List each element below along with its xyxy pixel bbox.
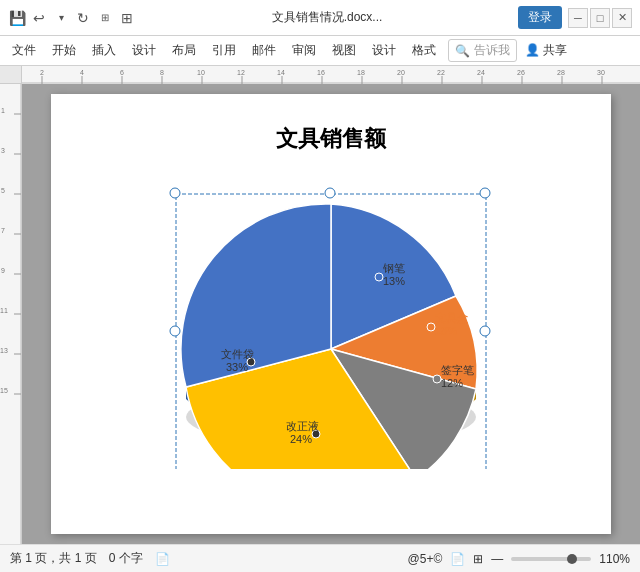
status-at: @5+©	[408, 552, 443, 566]
restore-button[interactable]: □	[590, 8, 610, 28]
status-bar: 第 1 页，共 1 页 0 个字 📄 @5+© 📄 ⊞ — 110%	[0, 544, 640, 572]
svg-point-52	[427, 323, 435, 331]
zoom-slider[interactable]	[511, 557, 591, 561]
svg-text:16: 16	[317, 69, 325, 76]
menu-layout[interactable]: 布局	[164, 38, 204, 63]
svg-text:26: 26	[517, 69, 525, 76]
menu-mailings[interactable]: 邮件	[244, 38, 284, 63]
svg-text:12%: 12%	[441, 377, 463, 389]
svg-text:1: 1	[1, 107, 5, 114]
svg-point-49	[375, 273, 383, 281]
svg-text:6: 6	[120, 69, 124, 76]
chart-container: 文具销售额	[71, 114, 591, 469]
svg-text:12: 12	[237, 69, 245, 76]
svg-rect-65	[170, 188, 180, 198]
svg-text:签字笔: 签字笔	[441, 364, 474, 376]
share-button[interactable]: 👤 共享	[517, 38, 575, 63]
document-title: 文具销售情况.docx...	[142, 9, 512, 26]
svg-text:5: 5	[1, 187, 5, 194]
svg-rect-67	[480, 188, 490, 198]
svg-text:30: 30	[597, 69, 605, 76]
view-mode-icon3[interactable]: —	[491, 552, 503, 566]
doc-area: 文具销售额	[22, 84, 640, 544]
main-area: 1 3 5 7 9 11 13 15 文具销售额	[0, 84, 640, 544]
menu-design2[interactable]: 设计	[364, 38, 404, 63]
menu-design[interactable]: 设计	[124, 38, 164, 63]
svg-text:7: 7	[1, 227, 5, 234]
sync-icon[interactable]: ↻	[74, 9, 92, 27]
zoom-level: 110%	[599, 552, 630, 566]
menu-home[interactable]: 开始	[44, 38, 84, 63]
view-mode-icon2[interactable]: ⊞	[473, 552, 483, 566]
svg-text:13: 13	[0, 347, 8, 354]
menu-references[interactable]: 引用	[204, 38, 244, 63]
svg-text:14: 14	[277, 69, 285, 76]
doc-icon: 📄	[155, 552, 170, 566]
svg-text:24%: 24%	[290, 433, 312, 445]
svg-text:2: 2	[40, 69, 44, 76]
svg-text:文件袋: 文件袋	[221, 348, 254, 360]
svg-text:改正液: 改正液	[286, 420, 319, 432]
menu-insert[interactable]: 插入	[84, 38, 124, 63]
title-bar: 💾 ↩ ▾ ↻ ⊞ ⊞ 文具销售情况.docx... 登录 ─ □ ✕	[0, 0, 640, 36]
pie-chart[interactable]: 钢笔 13% 文具盒 18% 签字笔 12% 改正液 24%	[121, 169, 541, 469]
horizontal-ruler: 2 4 6 8 10 12 14 16 18 20 22 24 26	[22, 66, 640, 84]
svg-text:28: 28	[557, 69, 565, 76]
svg-text:22: 22	[437, 69, 445, 76]
svg-text:24: 24	[477, 69, 485, 76]
ruler-area: 2 4 6 8 10 12 14 16 18 20 22 24 26	[0, 66, 640, 84]
vertical-ruler: 1 3 5 7 9 11 13 15	[0, 84, 22, 544]
window-controls: ─ □ ✕	[568, 8, 632, 28]
view-icon[interactable]: ⊞	[96, 9, 114, 27]
menu-format[interactable]: 格式	[404, 38, 444, 63]
svg-rect-69	[480, 326, 490, 336]
menu-review[interactable]: 审阅	[284, 38, 324, 63]
undo-icon[interactable]: ↩	[30, 9, 48, 27]
page-info: 第 1 页，共 1 页	[10, 550, 97, 567]
menu-bar: 文件 开始 插入 设计 布局 引用 邮件 审阅 视图 设计 格式 🔍 告诉我 👤…	[0, 36, 640, 66]
svg-point-55	[433, 375, 441, 383]
svg-text:9: 9	[1, 267, 5, 274]
minimize-button[interactable]: ─	[568, 8, 588, 28]
menu-file[interactable]: 文件	[4, 38, 44, 63]
svg-text:10: 10	[197, 69, 205, 76]
document-page: 文具销售额	[51, 94, 611, 534]
zoom-thumb[interactable]	[567, 554, 577, 564]
chart-title: 文具销售额	[276, 124, 386, 154]
svg-text:18: 18	[357, 69, 365, 76]
ruler-corner	[0, 66, 22, 84]
close-button[interactable]: ✕	[612, 8, 632, 28]
svg-text:13%: 13%	[383, 275, 405, 287]
svg-text:钢笔: 钢笔	[382, 262, 405, 274]
search-placeholder: 告诉我	[474, 42, 510, 59]
view-mode-icon[interactable]: 📄	[450, 552, 465, 566]
more-icon[interactable]: ⊞	[118, 9, 136, 27]
menu-view[interactable]: 视图	[324, 38, 364, 63]
svg-text:18%: 18%	[435, 325, 457, 337]
svg-text:20: 20	[397, 69, 405, 76]
login-button[interactable]: 登录	[518, 6, 562, 29]
svg-text:文具盒: 文具盒	[435, 312, 469, 324]
svg-text:3: 3	[1, 147, 5, 154]
word-count: 0 个字	[109, 550, 143, 567]
save-icon[interactable]: 💾	[8, 9, 26, 27]
svg-text:11: 11	[0, 307, 8, 314]
svg-rect-68	[170, 326, 180, 336]
svg-text:33%: 33%	[226, 361, 248, 373]
svg-text:8: 8	[160, 69, 164, 76]
svg-text:4: 4	[80, 69, 84, 76]
redo-icon[interactable]: ▾	[52, 9, 70, 27]
title-bar-icons: 💾 ↩ ▾ ↻ ⊞ ⊞	[8, 9, 136, 27]
search-box[interactable]: 🔍 告诉我	[448, 39, 517, 62]
svg-rect-66	[325, 188, 335, 198]
svg-text:15: 15	[0, 387, 8, 394]
status-right: @5+© 📄 ⊞ — 110%	[408, 552, 630, 566]
